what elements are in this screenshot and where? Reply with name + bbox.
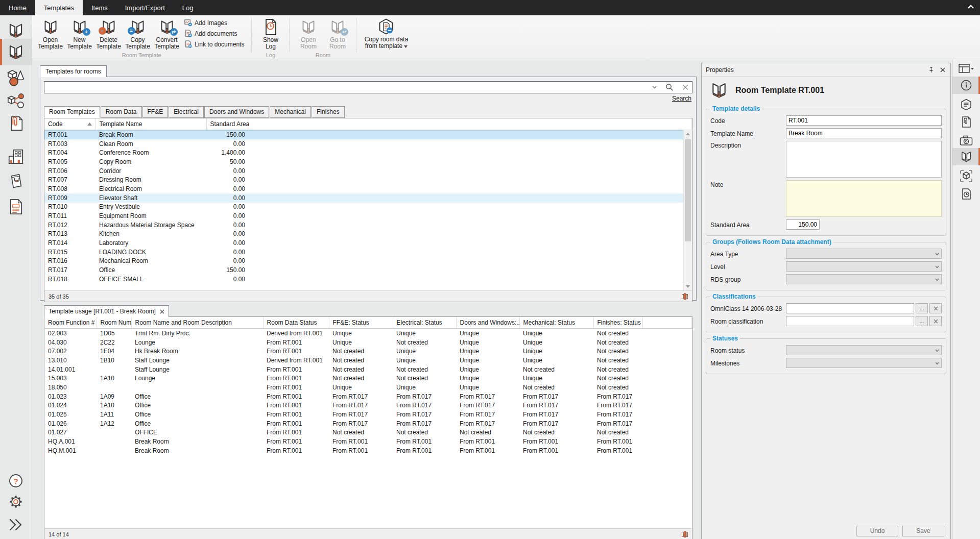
usage-row-04-030[interactable]: 04.0302C22LoungeFrom RT.001UniqueNot cre… <box>44 338 692 347</box>
area-type-dropdown[interactable] <box>786 249 942 259</box>
field-chooser-icon[interactable] <box>682 531 688 537</box>
tab-ff-e[interactable]: FF&E <box>142 106 169 118</box>
sidebar-item-catalog[interactable] <box>0 172 32 193</box>
strip-item-history-log[interactable] <box>952 185 980 203</box>
copy-template-button[interactable]: =CopyTemplate <box>123 17 152 50</box>
template-row-rt-009[interactable]: RT.009Elevator Shaft0.00 <box>44 193 692 203</box>
usage-tab[interactable]: Template usage [RT.001 - Break Room] <box>44 305 169 317</box>
scrollbar-thumb[interactable] <box>685 139 691 241</box>
tab-room-templates[interactable]: Room Templates <box>44 106 100 118</box>
column-header-standard-area[interactable]: Standard Area <box>206 118 249 130</box>
usage-row-02-003[interactable]: 02.0031D05Trmt Rm. Dirty Proc.Derived fr… <box>44 329 692 338</box>
menu-tab-templates[interactable]: Templates <box>35 0 83 15</box>
open-template-button[interactable]: OpenTemplate <box>36 17 65 50</box>
column-header-code[interactable]: Code <box>44 118 95 130</box>
template-row-rt-005[interactable]: RT.005Copy Room50.00 <box>44 157 692 166</box>
sidebar-item-expand[interactable] <box>0 514 32 535</box>
usage-column-room-number[interactable]: Room Number <box>97 317 131 329</box>
template-row-rt-017[interactable]: RT.017Office150.00 <box>44 265 692 275</box>
menu-tab-items[interactable]: Items <box>83 0 116 15</box>
tab-mechanical[interactable]: Mechanical <box>270 106 311 118</box>
description-field[interactable] <box>786 141 942 178</box>
save-button[interactable]: Save <box>902 526 944 536</box>
tab-electrical[interactable]: Electrical <box>169 106 204 118</box>
omniclass-14-2006-03-28-clear-button[interactable] <box>929 303 942 313</box>
strip-item-datasheet[interactable] <box>952 96 980 113</box>
link-to-documents-button[interactable]: Link to documents <box>184 40 244 48</box>
usage-column-ff-e-status[interactable]: FF&E: Status <box>329 317 393 329</box>
tab-finishes[interactable]: Finishes <box>312 106 345 118</box>
usage-row-13-010[interactable]: 13.0101B10Staff LoungeDerived from RT.00… <box>44 356 692 365</box>
strip-item-info[interactable] <box>952 77 980 94</box>
room-classification-clear-button[interactable] <box>929 316 942 326</box>
usage-column-doors-and-windows[interactable]: Doors and Windows:... <box>456 317 519 329</box>
search-icon[interactable] <box>665 83 674 91</box>
usage-row-01-026[interactable]: 01.0261A12OfficeFrom RT.001From RT.017Fr… <box>44 419 692 428</box>
usage-row-01-027[interactable]: 01.027OFFICEFrom RT.001Not createdNot cr… <box>44 428 692 437</box>
add-images-button[interactable]: Add Images <box>184 19 244 27</box>
sidebar-item-report[interactable] <box>0 196 32 217</box>
clear-search-icon[interactable] <box>682 84 688 90</box>
usage-column-electrical-status[interactable]: Electrical: Status <box>393 317 456 329</box>
field-chooser-icon[interactable] <box>682 293 688 300</box>
code-field[interactable] <box>786 115 942 126</box>
column-header-template-name[interactable]: Template Name <box>95 118 206 130</box>
template-row-rt-001[interactable]: RT.001Break Room150.00 <box>44 130 692 139</box>
template-row-rt-016[interactable]: RT.016Mechanical Room0.00 <box>44 257 692 266</box>
usage-row-01-024[interactable]: 01.0241A10OfficeFrom RT.001From RT.017Fr… <box>44 401 692 410</box>
usage-column-mechanical-status[interactable]: Mechanical: Status <box>519 317 593 329</box>
room-classification-browse-button[interactable]: ... <box>916 316 928 326</box>
sidebar-item-building[interactable] <box>0 146 32 167</box>
undo-button[interactable]: Undo <box>856 526 898 536</box>
search-input[interactable] <box>44 83 649 92</box>
template-row-rt-012[interactable]: RT.012Hazardous Material Storage Space0.… <box>44 220 692 230</box>
copy-room-data-button[interactable]: Copy room data from template <box>361 17 412 50</box>
sidebar-item-items[interactable] <box>0 67 32 88</box>
show-log-button[interactable]: Show Log <box>256 17 285 50</box>
sidebar-item-room-templates[interactable] <box>0 39 32 65</box>
menu-tab-import-export[interactable]: Import/Export <box>116 0 174 15</box>
tab-doors-and-windows[interactable]: Doors and Windows <box>204 106 269 118</box>
scroll-down-icon[interactable] <box>684 283 692 290</box>
delete-template-button[interactable]: −DeleteTemplate <box>94 17 123 50</box>
usage-row-18-050[interactable]: 18.050From RT.001UniqueUniqueUniqueNot c… <box>44 383 692 392</box>
usage-row-15-003[interactable]: 15.0031A10LoungeFrom RT.001Not createdNo… <box>44 374 692 383</box>
level-dropdown[interactable] <box>786 261 942 272</box>
usage-row-01-023[interactable]: 01.0231A09OfficeFrom RT.001From RT.017Fr… <box>44 392 692 401</box>
strip-item-camera[interactable] <box>952 132 980 149</box>
menu-tab-home[interactable]: Home <box>0 0 35 15</box>
scroll-up-icon[interactable] <box>684 130 692 138</box>
usage-row-hq-a-001[interactable]: HQ.A.001Break RoomFrom RT.001From RT.001… <box>44 437 692 446</box>
template-row-rt-011[interactable]: RT.011Equipment Room0.00 <box>44 211 692 220</box>
standard-area-field[interactable] <box>786 219 820 230</box>
sidebar-item-attachments[interactable] <box>0 113 32 134</box>
template-row-rt-006[interactable]: RT.006Corridor0.00 <box>44 166 692 176</box>
close-panel-icon[interactable] <box>937 66 948 74</box>
pin-icon[interactable] <box>925 66 937 74</box>
template-row-rt-013[interactable]: RT.013Kitchen0.00 <box>44 230 692 239</box>
usage-row-14-01-001[interactable]: 14.01.001Staff LoungeFrom RT.001Not crea… <box>44 365 692 374</box>
convert-template-button[interactable]: ⇄ConvertTemplate <box>152 17 181 50</box>
template-row-rt-007[interactable]: RT.007Dressing Room0.00 <box>44 175 692 184</box>
tab-room-data[interactable]: Room Data <box>101 106 142 118</box>
template-row-rt-014[interactable]: RT.014Laboratory0.00 <box>44 238 692 248</box>
vertical-scrollbar[interactable] <box>683 130 692 290</box>
search-history-dropdown-icon[interactable] <box>652 86 657 89</box>
strip-item-room-template[interactable] <box>952 148 980 165</box>
usage-column-room-name-and-room-description[interactable]: Room Name and Room Description <box>131 317 263 329</box>
usage-column-finishes-status[interactable]: Finishes: Status <box>593 317 642 329</box>
usage-row-07-002[interactable]: 07.0021E04Hk Break RoomFrom RT.001Not cr… <box>44 347 692 356</box>
strip-item-attachment[interactable] <box>952 113 980 131</box>
template-row-rt-008[interactable]: RT.008Electrical Room0.00 <box>44 184 692 193</box>
menu-tab-log[interactable]: Log <box>174 0 202 15</box>
note-field[interactable] <box>786 180 942 217</box>
omniclass-14-2006-03-28-browse-button[interactable]: ... <box>916 303 928 313</box>
room-status-dropdown[interactable] <box>786 345 942 355</box>
usage-column-room-function[interactable]: Room Function # <box>44 317 97 329</box>
add-documents-button[interactable]: Add documents <box>184 30 244 37</box>
sidebar-item-help[interactable]: ? <box>0 471 32 491</box>
template-row-rt-010[interactable]: RT.010Entry Vestibule0.00 <box>44 203 692 212</box>
milestones-dropdown[interactable] <box>786 358 942 368</box>
template-row-rt-003[interactable]: RT.003Clean Room0.00 <box>44 139 692 149</box>
room-classification-field[interactable] <box>786 316 914 326</box>
